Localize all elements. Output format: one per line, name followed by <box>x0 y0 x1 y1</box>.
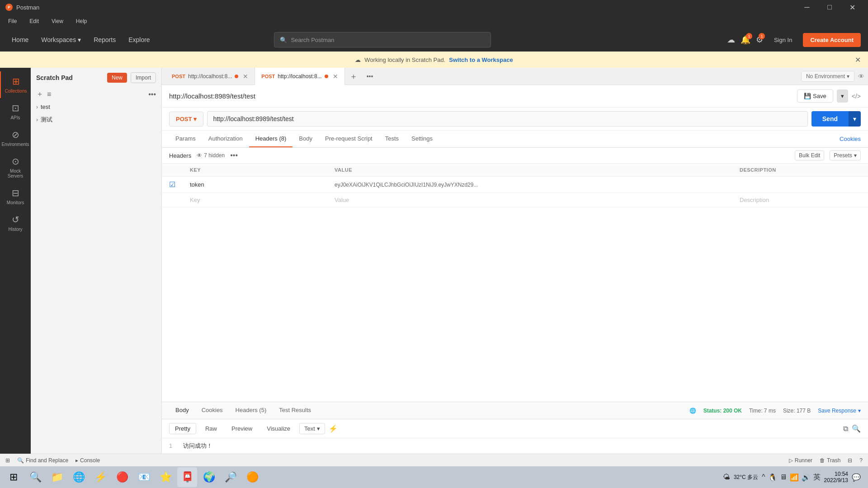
add-collection-icon[interactable]: ＋ <box>36 89 43 99</box>
panel-more-icon[interactable]: ••• <box>148 90 156 99</box>
menu-help[interactable]: Help <box>73 17 90 25</box>
environment-selector[interactable]: No Environment ▾ <box>801 71 854 82</box>
format-type-selector[interactable]: Text ▾ <box>299 423 325 434</box>
taskbar-chrome[interactable]: 🌍 <box>199 467 219 487</box>
resp-tab-body[interactable]: Body <box>169 402 195 419</box>
taskbar-qq-icon[interactable]: 🐧 <box>768 473 777 482</box>
tab-settings[interactable]: Settings <box>405 131 439 147</box>
layout-icon[interactable]: ⊞ <box>5 457 10 464</box>
tab-cookies[interactable]: Cookies <box>840 131 861 147</box>
header-checkbox-token[interactable]: ☑ <box>162 177 183 193</box>
tab1-close-icon[interactable]: ✕ <box>243 73 248 80</box>
nav-home[interactable]: Home <box>7 33 33 46</box>
save-response-button[interactable]: Save Response ▾ <box>818 408 861 414</box>
minimize-button[interactable]: ─ <box>797 0 817 14</box>
add-tab-button[interactable]: ＋ <box>345 68 362 84</box>
import-button[interactable]: Import <box>131 72 156 83</box>
sidebar-item-mock-servers[interactable]: ⊙ Mock Servers <box>0 151 31 183</box>
tab-pre-request-script[interactable]: Pre-request Script <box>319 131 379 147</box>
copy-response-icon[interactable]: ⧉ <box>843 425 848 433</box>
resp-tab-test-results[interactable]: Test Results <box>273 402 317 419</box>
save-chevron-button[interactable]: ▾ <box>837 89 848 103</box>
taskbar-browser-1[interactable]: 🌐 <box>69 467 89 487</box>
menu-file[interactable]: File <box>5 17 19 25</box>
tab-authorization[interactable]: Authorization <box>202 131 249 147</box>
taskbar-volume-icon[interactable]: 🔊 <box>802 473 811 482</box>
taskbar-screen-icon[interactable]: 🖥 <box>780 473 787 481</box>
find-replace-button[interactable]: 🔍 Find and Replace <box>17 457 68 464</box>
taskbar-clock[interactable]: 10:54 2022/9/13 <box>824 471 848 483</box>
tab-body[interactable]: Body <box>292 131 319 147</box>
request-tab-1[interactable]: POST http://localhost:8... ✕ <box>165 68 255 85</box>
fmt-pretty[interactable]: Pretty <box>169 423 196 434</box>
collection-item-test[interactable]: › test <box>31 101 161 113</box>
sign-in-button[interactable]: Sign In <box>769 34 797 46</box>
presets-button[interactable]: Presets ▾ <box>830 150 861 160</box>
request-tab-2[interactable]: POST http://localhost:8... ✕ <box>255 68 344 85</box>
resp-tab-headers[interactable]: Headers (5) <box>229 402 273 419</box>
method-selector[interactable]: POST ▾ <box>169 112 203 127</box>
sidebar-item-collections[interactable]: ⊞ Collections <box>0 71 31 98</box>
maximize-button[interactable]: □ <box>819 0 840 14</box>
taskbar-app-postman[interactable]: 📮 <box>177 467 197 487</box>
menu-view[interactable]: View <box>49 17 66 25</box>
settings-icon[interactable]: ⚙ 1 <box>756 35 763 45</box>
placeholder-value[interactable]: Value <box>327 193 732 207</box>
collection-item-ceshi[interactable]: › 测试 <box>31 113 161 127</box>
taskbar-app-mail[interactable]: 📧 <box>134 467 154 487</box>
nav-explore[interactable]: Explore <box>124 33 154 46</box>
nav-workspaces[interactable]: Workspaces ▾ <box>37 33 85 46</box>
placeholder-key[interactable]: Key <box>183 193 327 207</box>
tab-more-icon[interactable]: ••• <box>362 70 378 83</box>
fmt-preview[interactable]: Preview <box>226 423 258 434</box>
headers-more-icon[interactable]: ••• <box>230 151 238 160</box>
create-account-button[interactable]: Create Account <box>803 33 861 47</box>
runner-button[interactable]: ▷ Runner <box>789 457 812 464</box>
trash-button[interactable]: 🗑 Trash <box>820 457 840 464</box>
notif-link[interactable]: Switch to a Workspace <box>449 56 513 63</box>
filter-icon[interactable]: ≡ <box>47 90 51 99</box>
bell-icon[interactable]: 🔔 1 <box>741 35 750 45</box>
notif-close-icon[interactable]: ✕ <box>855 56 861 64</box>
placeholder-desc[interactable]: Description <box>732 193 868 207</box>
fmt-raw[interactable]: Raw <box>200 423 222 434</box>
bulk-edit-button[interactable]: Bulk Edit <box>795 150 824 160</box>
taskbar-app-orange[interactable]: 🟠 <box>242 467 262 487</box>
taskbar-app-red[interactable]: 🔴 <box>112 467 132 487</box>
nav-reports[interactable]: Reports <box>89 33 120 46</box>
help-icon[interactable]: ? <box>859 457 863 464</box>
console-button[interactable]: ▸ Console <box>75 457 100 464</box>
send-button[interactable]: Send <box>811 111 849 127</box>
sidebar-item-environments[interactable]: ⊘ Environments <box>0 125 31 151</box>
two-pane-icon[interactable]: ⊟ <box>848 457 852 464</box>
taskbar-app-sublime[interactable]: ⚡ <box>90 467 110 487</box>
search-response-icon[interactable]: 🔍 <box>852 424 861 433</box>
cloud-icon[interactable]: ☁ <box>727 35 735 45</box>
search-bar[interactable]: 🔍 Search Postman <box>274 32 491 47</box>
tab-tests[interactable]: Tests <box>379 131 405 147</box>
taskbar-notification-icon[interactable]: 💬 <box>852 473 861 482</box>
save-button[interactable]: 💾 Save <box>797 89 833 103</box>
code-view-icon[interactable]: </> <box>852 93 861 100</box>
sidebar-item-history[interactable]: ↺ History <box>0 210 31 236</box>
fmt-visualize[interactable]: Visualize <box>261 423 296 434</box>
start-button[interactable]: ⊞ <box>4 467 24 487</box>
filter-response-icon[interactable]: ⚡ <box>329 424 338 433</box>
taskbar-app-yellow[interactable]: ⭐ <box>156 467 175 487</box>
taskbar-up-icon[interactable]: ^ <box>762 473 765 481</box>
tab-params[interactable]: Params <box>169 131 202 147</box>
resp-tab-cookies[interactable]: Cookies <box>195 402 229 419</box>
taskbar-search[interactable]: 🔍 <box>25 467 45 487</box>
tab-headers[interactable]: Headers (8) <box>249 131 293 147</box>
env-eye-icon[interactable]: 👁 <box>858 73 864 80</box>
taskbar-file-explorer[interactable]: 📁 <box>47 467 67 487</box>
taskbar-lang[interactable]: 英 <box>813 473 821 482</box>
taskbar-search-2[interactable]: 🔎 <box>221 467 241 487</box>
new-button[interactable]: New <box>107 73 127 83</box>
url-input[interactable] <box>207 111 807 127</box>
menu-edit[interactable]: Edit <box>27 17 42 25</box>
sidebar-item-monitors[interactable]: ⊟ Monitors <box>0 183 31 210</box>
close-button[interactable]: ✕ <box>842 0 863 14</box>
send-dropdown-button[interactable]: ▾ <box>849 111 861 127</box>
sidebar-item-apis[interactable]: ⊡ APIs <box>0 98 31 125</box>
